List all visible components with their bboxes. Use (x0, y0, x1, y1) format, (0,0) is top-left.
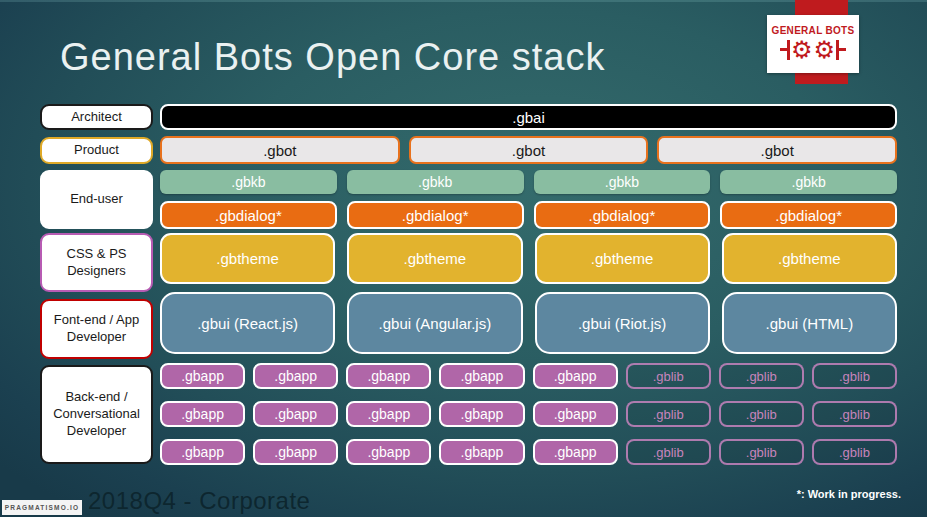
gear-icon: ⚙ (814, 38, 836, 62)
stack-box-gbapp: .gbapp (253, 439, 338, 465)
work-in-progress-footnote: *: Work in progress. (797, 488, 901, 500)
slide-footer-label: 2018Q4 - Corporate (88, 487, 310, 515)
stack-box-gbapp: .gbapp (346, 439, 431, 465)
stack-box-gblib: .gblib (626, 439, 711, 465)
stack-box-gbapp: .gbapp (253, 401, 338, 427)
stack-box-gblib: .gblib (812, 401, 897, 427)
stack-box-gbtheme: .gbtheme (722, 233, 897, 284)
stack-box-gbdialog: .gbdialog* (347, 201, 524, 229)
stack-box-gbtheme: .gbtheme (535, 233, 710, 284)
pragmatismo-brand-badge: PRAGMATISMO.IO (2, 500, 82, 515)
stack-box-gbui-react: .gbui (React.js) (160, 292, 335, 354)
stack-box-gbapp: .gbapp (160, 401, 245, 427)
role-label-text: Product (74, 142, 119, 159)
stack-box-gbkb: .gbkb (160, 170, 337, 194)
general-bots-logo: GENERAL BOTS ⚙ ⚙ (767, 15, 859, 73)
stack-row-gbtheme: .gbtheme .gbtheme .gbtheme .gbtheme (160, 233, 897, 284)
role-label-architect: Architect (40, 104, 153, 130)
stack-box-gblib: .gblib (719, 401, 804, 427)
stack-row-gbui: .gbui (React.js) .gbui (Angular.js) .gbu… (160, 292, 897, 354)
logo-right-bar-icon (836, 40, 839, 60)
stack-box-gbdialog: .gbdialog* (534, 201, 711, 229)
stack-box-gbdialog: .gbdialog* (720, 201, 897, 229)
logo-left-bar-icon (787, 40, 790, 60)
role-label-end-user: End-user (40, 170, 153, 229)
stack-box-gbapp: .gbapp (533, 363, 618, 389)
stack-box-gbapp: .gbapp (160, 439, 245, 465)
stack-box-gbui-angular: .gbui (Angular.js) (347, 292, 522, 354)
stack-box-gbdialog: .gbdialog* (160, 201, 337, 229)
stack-box-gbkb: .gbkb (720, 170, 897, 194)
stack-box-gbapp: .gbapp (439, 363, 524, 389)
role-label-text: Architect (71, 109, 122, 126)
stack-box-gbapp: .gbapp (253, 363, 338, 389)
gears-icon: ⚙ ⚙ (787, 37, 839, 63)
stack-row-backend-3: .gbapp .gbapp .gbapp .gbapp .gbapp .gbli… (160, 439, 897, 465)
role-label-text: CSS & PS Designers (48, 246, 145, 280)
stack-box-gbkb: .gbkb (534, 170, 711, 194)
stack-row-backend-1: .gbapp .gbapp .gbapp .gbapp .gbapp .gbli… (160, 363, 897, 389)
stack-box-gbtheme: .gbtheme (160, 233, 335, 284)
role-label-css-ps-designers: CSS & PS Designers (40, 233, 153, 292)
stack-box-gbapp: .gbapp (533, 439, 618, 465)
stack-box-gbtheme: .gbtheme (347, 233, 522, 284)
stack-box-gblib: .gblib (626, 401, 711, 427)
role-label-text: End-user (70, 191, 123, 208)
role-label-text: Font-end / App Developer (48, 312, 145, 346)
stack-row-backend-2: .gbapp .gbapp .gbapp .gbapp .gbapp .gbli… (160, 401, 897, 427)
stack-box-gbkb: .gbkb (347, 170, 524, 194)
role-label-frontend-app-developer: Font-end / App Developer (40, 299, 153, 359)
stack-row-gbkb: .gbkb .gbkb .gbkb .gbkb (160, 170, 897, 194)
logo-brand-text: GENERAL BOTS (772, 25, 855, 36)
stack-box-gbui-riot: .gbui (Riot.js) (535, 292, 710, 354)
stack-box-gbapp: .gbapp (439, 439, 524, 465)
stack-box-gblib: .gblib (812, 363, 897, 389)
slide-background: General Bots Open Core stack GENERAL BOT… (0, 0, 927, 517)
stack-box-gbapp: .gbapp (533, 401, 618, 427)
stack-box-gbui-html: .gbui (HTML) (722, 292, 897, 354)
stack-box-gbai: .gbai (160, 104, 897, 130)
stack-box-gblib: .gblib (719, 363, 804, 389)
gear-icon: ⚙ (791, 38, 813, 62)
slide-title: General Bots Open Core stack (60, 36, 605, 79)
stack-box-gbapp: .gbapp (439, 401, 524, 427)
role-label-product: Product (40, 137, 153, 164)
stack-box-gbapp: .gbapp (346, 363, 431, 389)
stack-box-gbot: .gbot (160, 136, 400, 164)
stack-box-gbapp: .gbapp (160, 363, 245, 389)
stack-box-gblib: .gblib (626, 363, 711, 389)
role-label-text: Back-end / Conversational Developer (48, 389, 145, 440)
stack-box-gbapp: .gbapp (346, 401, 431, 427)
stack-box-gbot: .gbot (657, 136, 897, 164)
stack-box-gbot: .gbot (409, 136, 649, 164)
stack-row-gbot: .gbot .gbot .gbot (160, 136, 897, 164)
stack-row-gbdialog: .gbdialog* .gbdialog* .gbdialog* .gbdial… (160, 201, 897, 229)
stack-box-gblib: .gblib (719, 439, 804, 465)
stack-box-gblib: .gblib (812, 439, 897, 465)
role-label-backend-conversational-developer: Back-end / Conversational Developer (40, 365, 153, 464)
